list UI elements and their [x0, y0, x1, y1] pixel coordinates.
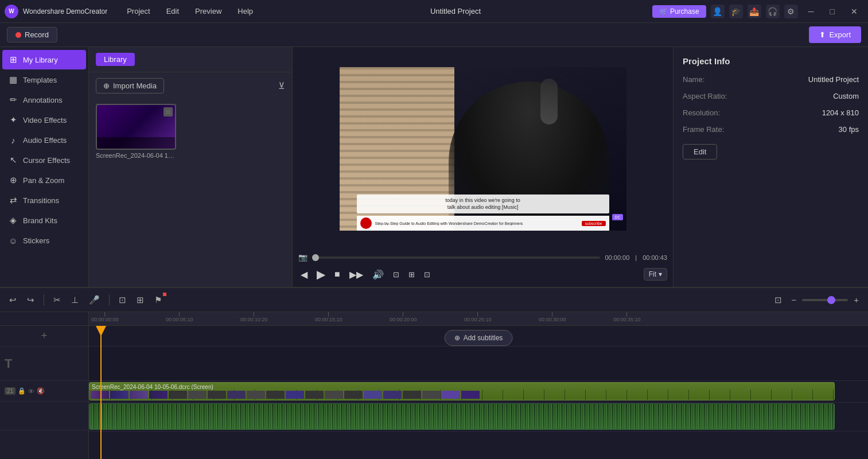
sidebar-item-annotations[interactable]: ✏ Annotations — [2, 90, 86, 110]
sidebar-item-brand-kits[interactable]: ◈ Brand Kits — [2, 211, 86, 230]
name-label: Name: — [683, 75, 704, 84]
frame-rate-value: 30 fps — [839, 125, 859, 134]
timeline-ruler: 00:00:00:00 00:00:05:10 00:00:10:20 00:0… — [89, 312, 868, 326]
mute-icon[interactable]: 🔇 — [37, 387, 45, 395]
sidebar-item-audio-effects[interactable]: ♪ Audio Effects — [2, 130, 86, 150]
sidebar-item-label: Video Effects — [23, 116, 67, 125]
pan-zoom-icon: ⊕ — [8, 175, 18, 185]
headset-icon[interactable]: 🎧 — [766, 5, 780, 18]
ruler-mark: 00:00:10:20 — [240, 312, 268, 322]
record-button[interactable]: Record — [7, 27, 57, 42]
purchase-button[interactable]: 🛒 Purchase — [652, 5, 706, 18]
progress-thumb[interactable] — [312, 254, 319, 261]
maximize-button[interactable]: □ — [824, 5, 840, 18]
zoom-fit-button[interactable]: ⊞ — [406, 269, 417, 280]
crop-button[interactable]: ⊡ — [391, 269, 402, 280]
info-row-resolution: Resolution: 1204 x 810 — [683, 108, 859, 117]
sidebar-item-pan-zoom[interactable]: ⊕ Pan & Zoom — [2, 170, 86, 190]
fit-timeline-button[interactable]: ⊡ — [771, 293, 785, 308]
eye-icon[interactable]: 👁 — [28, 388, 34, 395]
undo-button[interactable]: ↩ — [6, 293, 20, 308]
filmstrip — [89, 390, 834, 400]
settings-icon[interactable]: ⚙ — [784, 5, 798, 18]
screenshot-icon[interactable]: 📷 — [298, 253, 308, 262]
filter-icon[interactable]: ⊻ — [278, 80, 285, 91]
sidebar-item-my-library[interactable]: ⊞ My Library — [2, 50, 86, 69]
import-label: Import Media — [113, 81, 157, 90]
send-icon[interactable]: 📤 — [748, 5, 761, 18]
close-button[interactable]: ✕ — [845, 5, 863, 18]
fit-dropdown[interactable]: Fit ▾ — [644, 268, 667, 281]
audio-clip[interactable] — [89, 403, 835, 430]
progress-track[interactable] — [312, 256, 600, 259]
stop-button[interactable]: ■ — [332, 268, 342, 281]
list-item[interactable]: □ ScreenRec_2024-06-04 10-0... — [96, 104, 176, 159]
group-button[interactable]: ⊞ — [133, 293, 147, 308]
cut-button[interactable]: ✂ — [50, 293, 64, 308]
subtitle-button-container: ⊕ Add subtitles — [445, 330, 513, 346]
record-voice-button[interactable]: 🎤 — [85, 293, 103, 308]
play-button[interactable]: ▶ — [314, 266, 328, 282]
volume-button[interactable]: 🔊 — [370, 268, 386, 281]
user-account-icon[interactable]: 👤 — [711, 5, 725, 18]
menu-help[interactable]: Help — [232, 5, 259, 18]
aspect-ratio-value: Custom — [833, 92, 859, 100]
zoom-out-button[interactable]: − — [788, 293, 800, 307]
add-track-button[interactable]: + — [0, 326, 88, 347]
sidebar-item-stickers[interactable]: ☺ Stickers — [2, 231, 86, 250]
project-info-title: Project Info — [683, 56, 859, 66]
split-audio-video-button[interactable]: ⊥ — [68, 293, 82, 308]
info-row-aspect: Aspect Ratio: Custom — [683, 92, 859, 100]
zoom-in-button[interactable]: + — [850, 293, 862, 307]
menu-preview[interactable]: Preview — [189, 5, 227, 18]
app-logo: W — [5, 5, 18, 18]
zoom-controls: ⊡ − + — [771, 293, 862, 308]
menu-edit[interactable]: Edit — [161, 5, 185, 18]
fast-forward-button[interactable]: ▶▶ — [347, 268, 365, 281]
add-media-button[interactable]: ⊡ — [115, 293, 130, 308]
record-dot-icon — [15, 32, 21, 38]
video-effects-icon: ✦ — [8, 115, 18, 125]
ruler-mark: 00:00:35:10 — [613, 312, 641, 322]
frame-rate-label: Frame Rate: — [683, 125, 724, 134]
zoom-track[interactable] — [802, 299, 848, 301]
import-media-button[interactable]: ⊕ Import Media — [96, 78, 164, 94]
sidebar-item-transitions[interactable]: ⇄ Transitions — [2, 190, 86, 210]
total-time: 00:00:43 — [643, 254, 667, 261]
playhead[interactable] — [100, 326, 102, 459]
name-value: Untitled Project — [808, 75, 859, 84]
ruler-spacer — [0, 312, 88, 326]
redo-button[interactable]: ↪ — [24, 293, 38, 308]
controls-row: ◀ ▶ ■ ▶▶ 🔊 ⊡ ⊞ ⊡ Fit ▾ — [293, 264, 673, 285]
edit-project-info-button[interactable]: Edit — [683, 144, 717, 160]
graduation-icon[interactable]: 🎓 — [729, 5, 743, 18]
media-thumbnail: □ — [96, 104, 176, 150]
toolbar: Record ⬆ Export — [0, 23, 868, 47]
video-clip[interactable]: ScreenRec_2024-06-04 10-05-06.dcrc (Scre… — [89, 382, 835, 400]
zoom-thumb[interactable] — [827, 296, 835, 304]
sidebar-item-templates[interactable]: ▦ Templates — [2, 70, 86, 90]
library-tab[interactable]: Library — [96, 53, 135, 66]
ruler-tick — [477, 312, 478, 317]
menu-project[interactable]: Project — [121, 5, 155, 18]
ruler-mark: 00:00:25:10 — [464, 312, 492, 322]
ruler-mark: 00:00:15:10 — [315, 312, 342, 322]
video-track-label: 21 🔒 👁 🔇 — [0, 381, 88, 402]
project-info-panel: Project Info Name: Untitled Project Aspe… — [673, 47, 868, 287]
lock-icon[interactable]: 🔒 — [18, 387, 26, 395]
fullscreen-button[interactable]: ⊡ — [422, 269, 433, 280]
add-subtitles-button[interactable]: ⊕ Add subtitles — [445, 330, 513, 346]
timeline-right[interactable]: 00:00:00:00 00:00:05:10 00:00:10:20 00:0… — [89, 312, 868, 459]
app-name: Wondershare DemoCreator — [23, 7, 107, 15]
ruler-mark: 00:00:05:10 — [166, 312, 193, 322]
minimize-button[interactable]: ─ — [803, 5, 820, 18]
resolution-value: 1204 x 810 — [822, 108, 859, 117]
export-button[interactable]: ⬆ Export — [809, 26, 861, 43]
video-track-row: ScreenRec_2024-06-04 10-05-06.dcrc (Scre… — [89, 381, 868, 403]
sidebar-item-video-effects[interactable]: ✦ Video Effects — [2, 110, 86, 130]
sidebar-item-label: Brand Kits — [23, 216, 57, 225]
flag-button[interactable]: ⚑ — [151, 293, 165, 308]
aspect-ratio-label: Aspect Ratio: — [683, 92, 727, 100]
sidebar-item-cursor-effects[interactable]: ↖ Cursor Effects — [2, 150, 86, 170]
rewind-button[interactable]: ◀ — [298, 268, 310, 281]
